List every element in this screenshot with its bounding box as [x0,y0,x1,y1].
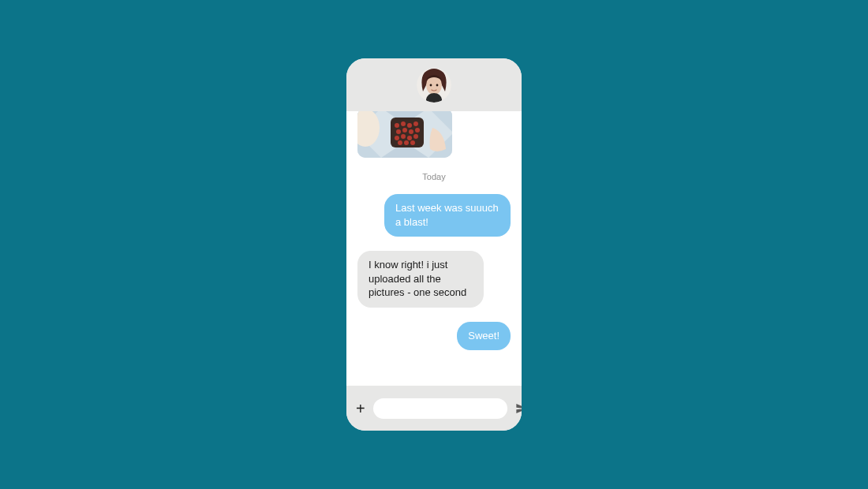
svg-point-26 [413,134,418,139]
add-attachment-button[interactable]: + [356,401,365,416]
svg-point-27 [398,140,402,145]
date-separator: Today [357,172,511,181]
avatar[interactable] [417,68,451,103]
message-bubble-sent: Last week was suuuch a blast! [384,194,511,237]
svg-point-29 [410,140,415,145]
svg-point-18 [413,121,418,126]
svg-point-28 [404,140,409,145]
svg-point-25 [407,136,412,140]
svg-point-21 [409,129,413,134]
image-message[interactable] [357,111,452,158]
svg-point-15 [395,123,399,128]
message-input[interactable] [373,398,507,419]
svg-point-4 [436,84,439,86]
svg-point-22 [415,128,420,133]
send-icon [515,402,522,415]
svg-point-20 [402,128,407,133]
svg-point-19 [396,129,401,134]
composer-bar: + [346,386,522,431]
chat-window: Today Last week was suuuch a blast! I kn… [346,58,522,431]
send-button[interactable] [515,401,522,416]
svg-point-16 [401,121,406,126]
svg-point-24 [401,134,406,139]
svg-point-3 [430,84,432,86]
message-bubble-sent: Sweet! [457,322,511,351]
svg-point-23 [395,136,399,140]
svg-point-17 [407,123,412,128]
message-list: Today Last week was suuuch a blast! I kn… [346,111,522,386]
chat-header [346,58,522,111]
message-bubble-received: I know right! i just uploaded all the pi… [357,251,484,308]
